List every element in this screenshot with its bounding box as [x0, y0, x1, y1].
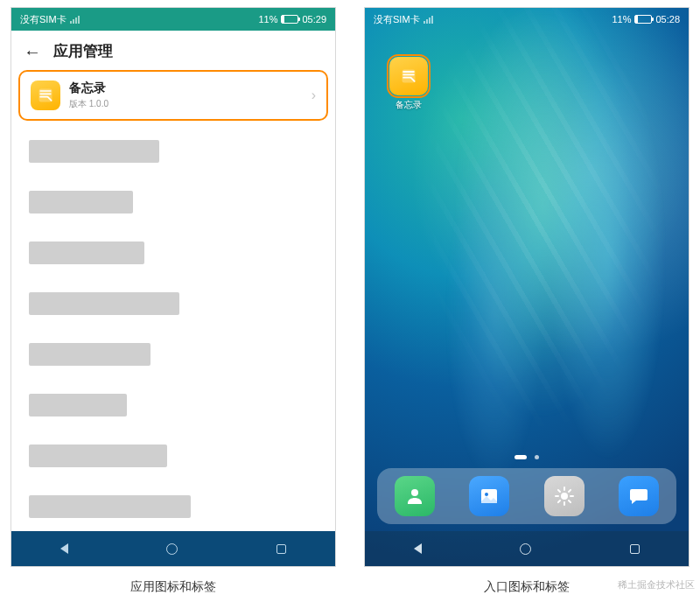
status-bar: 没有SIM卡 11% 05:28 [365, 8, 689, 31]
nav-home-icon[interactable] [166, 543, 178, 555]
back-icon[interactable]: ← [24, 43, 41, 60]
status-battery-pct: 11% [258, 14, 277, 24]
status-time: 05:28 [655, 14, 680, 24]
battery-icon [281, 15, 298, 24]
page-title: 应用管理 [53, 41, 113, 61]
status-sim: 没有SIM卡 [374, 13, 420, 26]
system-nav [11, 531, 335, 566]
nav-recent-icon[interactable] [630, 544, 640, 554]
phone-app-management: 没有SIM卡 11% 05:29 ← 应用管理 备忘录 版本 1.0.0 [10, 7, 336, 567]
list-item[interactable] [18, 332, 328, 376]
phone-home-screen: 没有SIM卡 11% 05:28 备忘录 [364, 7, 690, 567]
app-row-notes[interactable]: 备忘录 版本 1.0.0 › [18, 70, 328, 121]
dock-messages-icon[interactable] [619, 476, 659, 516]
home-app-label: 备忘录 [386, 99, 431, 111]
dock-settings-icon[interactable] [544, 476, 584, 516]
list-item[interactable] [18, 282, 328, 326]
caption-left: 应用图标和标签 [10, 579, 336, 595]
watermark: 稀土掘金技术社区 [618, 578, 695, 592]
list-item[interactable] [18, 383, 328, 427]
page-header: ← 应用管理 [11, 31, 335, 70]
svg-point-2 [411, 489, 418, 496]
nav-back-icon[interactable] [60, 543, 68, 554]
nav-home-icon[interactable] [520, 543, 531, 555]
list-item[interactable] [18, 434, 328, 478]
nav-back-icon[interactable] [414, 543, 422, 554]
dock-gallery-icon[interactable] [469, 476, 509, 516]
home-app-notes[interactable]: 备忘录 [386, 57, 431, 111]
app-name: 备忘录 [69, 80, 303, 96]
status-bar: 没有SIM卡 11% 05:29 [11, 8, 335, 31]
notes-app-icon [389, 57, 428, 95]
app-list: 备忘录 版本 1.0.0 › [11, 70, 335, 531]
chevron-right-icon: › [312, 88, 316, 103]
page-indicator [365, 452, 689, 461]
svg-point-4 [485, 493, 488, 496]
dock [377, 468, 676, 524]
nav-recent-icon[interactable] [276, 544, 286, 554]
status-time: 05:29 [302, 14, 326, 24]
system-nav [365, 531, 689, 566]
list-item[interactable] [18, 485, 328, 528]
notes-app-icon [31, 80, 60, 110]
dock-contacts-icon[interactable] [395, 476, 435, 516]
app-version: 版本 1.0.0 [69, 98, 303, 110]
list-item[interactable] [18, 130, 328, 173]
list-item[interactable] [18, 180, 328, 224]
list-item[interactable] [18, 231, 328, 275]
battery-icon [634, 15, 652, 24]
svg-point-5 [561, 493, 568, 500]
status-sim: 没有SIM卡 [20, 13, 66, 26]
status-battery-pct: 11% [612, 14, 631, 24]
signal-icon [424, 16, 433, 24]
signal-icon [70, 16, 80, 24]
